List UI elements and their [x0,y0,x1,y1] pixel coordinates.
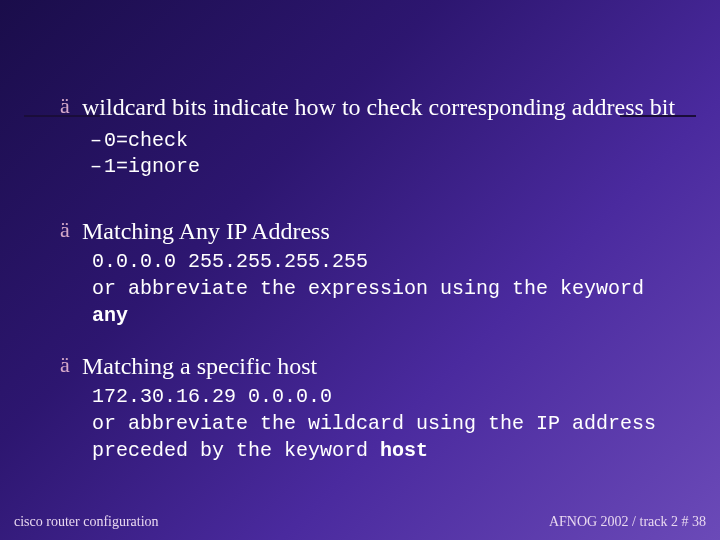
decor-line-left [24,115,100,117]
bullet-1-sub2: –1=ignore [90,154,684,180]
bullet-1: ä wildcard bits indicate how to check co… [60,92,684,180]
arrow-icon: ä [60,216,82,244]
bullet-1-sub1: –0=check [90,128,684,154]
slide-content: ä wildcard bits indicate how to check co… [0,0,720,464]
arrow-icon: ä [60,351,82,379]
bullet-2-text: Matching Any IP Address [82,216,330,246]
decor-line-right [620,115,696,117]
footer-left: cisco router configuration [14,514,159,530]
footer: cisco router configuration AFNOG 2002 / … [14,514,706,530]
bullet-1-text: wildcard bits indicate how to check corr… [82,94,675,120]
bullet-3: ä Matching a specific host 172.30.16.29 … [60,351,684,464]
bullet-3-code: 172.30.16.29 0.0.0.0 or abbreviate the w… [92,383,684,464]
bullet-2: ä Matching Any IP Address 0.0.0.0 255.25… [60,216,684,329]
footer-right: AFNOG 2002 / track 2 # 38 [549,514,706,530]
bullet-2-code: 0.0.0.0 255.255.255.255 or abbreviate th… [92,248,684,329]
bullet-3-text: Matching a specific host [82,351,317,381]
